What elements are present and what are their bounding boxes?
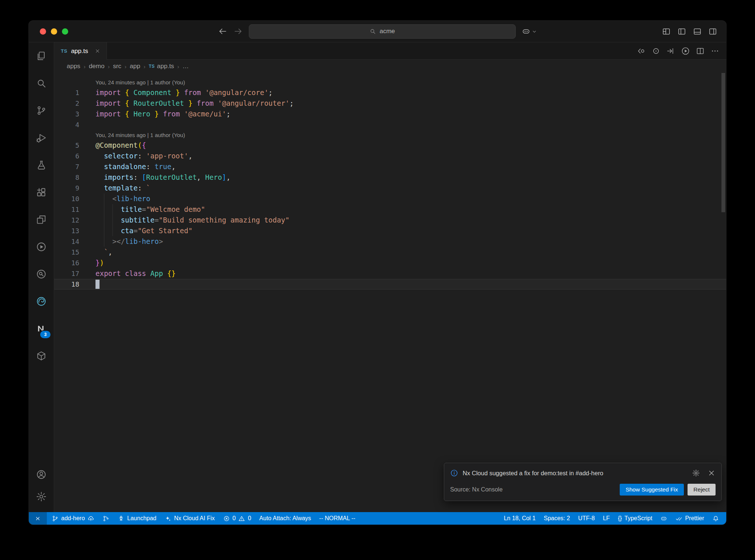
- tab-close-button[interactable]: [93, 47, 102, 56]
- code-line[interactable]: 1import { Component } from '@angular/cor…: [54, 87, 726, 98]
- line-number[interactable]: 8: [54, 172, 79, 183]
- encoding-status-item[interactable]: UTF-8: [574, 512, 599, 525]
- breadcrumb-item[interactable]: src: [113, 63, 121, 70]
- nav-forward-icon[interactable]: [233, 27, 243, 36]
- code-line[interactable]: 10 <lib-hero: [54, 193, 726, 204]
- minimize-window-button[interactable]: [51, 28, 57, 35]
- breadcrumb-item[interactable]: apps: [67, 63, 80, 70]
- toggle-sidebar-icon[interactable]: [677, 27, 686, 36]
- indentation-status-item[interactable]: Spaces: 2: [540, 512, 574, 525]
- code-line[interactable]: 2import { RouterOutlet } from '@angular/…: [54, 98, 726, 109]
- activity-search[interactable]: [29, 70, 54, 97]
- code-line[interactable]: 16}): [54, 258, 726, 268]
- auto-attach-status-item[interactable]: Auto Attach: Always: [255, 512, 315, 525]
- tab-app-ts[interactable]: TS app.ts: [54, 42, 107, 60]
- activity-project-graph[interactable]: [29, 342, 54, 370]
- activity-edge-tools[interactable]: [29, 288, 54, 315]
- line-number[interactable]: 9: [54, 183, 79, 193]
- line-number[interactable]: 7: [54, 161, 79, 172]
- line-number[interactable]: 18: [54, 279, 79, 290]
- vim-mode-status-item[interactable]: -- NORMAL --: [315, 512, 359, 525]
- code-line[interactable]: 9 template: `: [54, 183, 726, 193]
- code-line[interactable]: 3import { Hero } from '@acme/ui';: [54, 109, 726, 119]
- code-line[interactable]: 4: [54, 119, 726, 130]
- activity-extensions[interactable]: [29, 179, 54, 206]
- code-line[interactable]: 6 selector: 'app-root',: [54, 151, 726, 161]
- toggle-secondary-sidebar-icon[interactable]: [708, 27, 717, 36]
- code-line[interactable]: 11 title="Welcmoe demo": [54, 204, 726, 215]
- breadcrumb-item[interactable]: app: [130, 63, 140, 70]
- line-number[interactable]: 13: [54, 225, 79, 236]
- line-number[interactable]: 10: [54, 193, 79, 204]
- show-suggested-fix-button[interactable]: Show Suggested Fix: [620, 484, 684, 496]
- activity-settings[interactable]: [29, 486, 54, 508]
- line-number[interactable]: 5: [54, 140, 79, 151]
- code-line[interactable]: 18: [54, 279, 726, 290]
- codelens-annotation[interactable]: You, 24 minutes ago | 1 author (You): [54, 130, 726, 140]
- activity-source-control[interactable]: [29, 97, 54, 124]
- close-window-button[interactable]: [40, 28, 46, 35]
- layout-controls: [662, 21, 717, 42]
- line-number[interactable]: 14: [54, 236, 79, 247]
- line-number[interactable]: 6: [54, 151, 79, 161]
- line-number[interactable]: 1: [54, 87, 79, 98]
- run-file-button[interactable]: [679, 45, 692, 57]
- cursor-position-status-item[interactable]: Ln 18, Col 1: [500, 512, 540, 525]
- scrollbar-thumb[interactable]: [721, 73, 725, 212]
- breadcrumb-item[interactable]: TSapp.ts: [149, 63, 174, 70]
- line-number[interactable]: 4: [54, 119, 79, 130]
- line-number[interactable]: 17: [54, 268, 79, 279]
- language-mode-status-item[interactable]: {}TypeScript: [614, 512, 656, 525]
- activity-run-debug[interactable]: [29, 124, 54, 151]
- customize-layout-icon[interactable]: [662, 27, 671, 36]
- command-center-search[interactable]: acme: [249, 24, 516, 39]
- code-line[interactable]: 8 imports: [RouterOutlet, Hero],: [54, 172, 726, 183]
- reject-button[interactable]: Reject: [688, 484, 716, 496]
- code-line[interactable]: 7 standalone: true,: [54, 161, 726, 172]
- code-line[interactable]: 12 subtitle="Build something amazing tod…: [54, 215, 726, 225]
- line-number[interactable]: 12: [54, 215, 79, 225]
- code-line[interactable]: 14 ></lib-hero>: [54, 236, 726, 247]
- line-number[interactable]: 2: [54, 98, 79, 109]
- breadcrumb-item[interactable]: …: [182, 63, 189, 70]
- copilot-menu[interactable]: [522, 27, 537, 36]
- notifications-status-item[interactable]: [708, 512, 723, 525]
- code-line[interactable]: 15 `,: [54, 247, 726, 258]
- activity-run-tasks[interactable]: [29, 233, 54, 260]
- activity-testing[interactable]: [29, 151, 54, 179]
- code-line[interactable]: 17export class App {}: [54, 268, 726, 279]
- breadcrumb-item[interactable]: demo: [89, 63, 105, 70]
- line-number[interactable]: 16: [54, 258, 79, 268]
- activity-code-inspect[interactable]: [29, 260, 54, 288]
- prettier-status-item[interactable]: Prettier: [671, 512, 708, 525]
- problems-status-item[interactable]: 00: [219, 512, 255, 525]
- eol-status-item[interactable]: LF: [599, 512, 614, 525]
- notification-close-icon[interactable]: [707, 469, 716, 477]
- line-number[interactable]: 11: [54, 204, 79, 215]
- zoom-window-button[interactable]: [62, 28, 68, 35]
- line-number[interactable]: 3: [54, 109, 79, 119]
- activity-remote-explorer[interactable]: [29, 206, 54, 233]
- line-number[interactable]: 15: [54, 247, 79, 258]
- remote-indicator-status-item[interactable]: [29, 512, 47, 525]
- nx-cloud-ai-fix-status-item[interactable]: Nx Cloud AI Fix: [160, 512, 219, 525]
- activity-nx-console[interactable]: 3: [29, 315, 54, 342]
- open-changes-next-button[interactable]: [664, 45, 677, 57]
- activity-explorer[interactable]: [29, 42, 54, 70]
- code-editor[interactable]: You, 24 minutes ago | 1 author (You)1imp…: [54, 73, 726, 512]
- gitlens-launchpad-status-item[interactable]: Launchpad: [114, 512, 160, 525]
- git-branch-status-item[interactable]: add-hero: [48, 512, 98, 525]
- gitlens-open-changes-button[interactable]: [635, 45, 647, 57]
- copilot-status-status-item[interactable]: [656, 512, 671, 525]
- codelens-annotation[interactable]: You, 24 minutes ago | 1 author (You): [54, 77, 726, 87]
- notification-settings-icon[interactable]: [692, 469, 700, 477]
- toggle-panel-icon[interactable]: [693, 27, 702, 36]
- code-line[interactable]: 13 cta="Get Started": [54, 225, 726, 236]
- split-editor-button[interactable]: [694, 45, 706, 57]
- more-actions-button[interactable]: [709, 45, 721, 57]
- code-line[interactable]: 5@Component({: [54, 140, 726, 151]
- activity-accounts[interactable]: [29, 463, 54, 486]
- git-graph-status-item[interactable]: [98, 512, 114, 525]
- toggle-annotations-button[interactable]: [650, 45, 662, 57]
- nav-back-icon[interactable]: [218, 27, 227, 36]
